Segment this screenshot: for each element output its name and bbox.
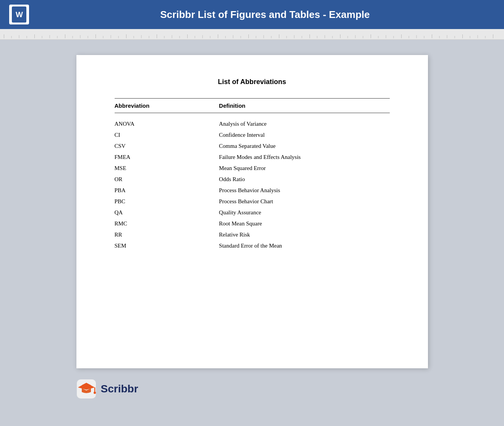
definition-cell: Root Mean Square — [219, 218, 389, 229]
table-row: PBCProcess Behavior Chart — [115, 196, 390, 207]
abbrev-cell: CSV — [115, 141, 219, 152]
scribbr-hat-icon — [76, 379, 96, 399]
table-row: OROdds Ratio — [115, 174, 390, 185]
definition-cell: Mean Squared Error — [219, 163, 389, 174]
header-title: Scribbr List of Figures and Tables - Exa… — [35, 9, 495, 21]
definition-cell: Relative Risk — [219, 229, 389, 240]
definition-cell: Odds Ratio — [219, 174, 389, 185]
table-header-row: Abbreviation Definition — [115, 99, 390, 113]
ruler-svg — [4, 29, 500, 40]
table-row: CSVComma Separated Value — [115, 141, 390, 152]
table-row: RRRelative Risk — [115, 229, 390, 240]
definition-cell: Process Behavior Chart — [219, 196, 389, 207]
abbrev-cell: ANOVA — [115, 113, 219, 130]
svg-point-9 — [94, 392, 96, 394]
app-header: W Scribbr List of Figures and Tables - E… — [0, 0, 504, 29]
table-row: QAQuality Assurance — [115, 207, 390, 218]
abbrev-cell: QA — [115, 207, 219, 218]
table-row: FMEAFailure Modes and Effects Analysis — [115, 152, 390, 163]
abbrev-cell: MSE — [115, 163, 219, 174]
table-row: MSEMean Squared Error — [115, 163, 390, 174]
ruler — [0, 29, 504, 40]
table-row: RMCRoot Mean Square — [115, 218, 390, 229]
ruler-marks — [4, 29, 500, 39]
definition-cell: Confidence Interval — [219, 130, 389, 141]
abbrev-cell: OR — [115, 174, 219, 185]
abbrev-cell: FMEA — [115, 152, 219, 163]
main-content: List of Abbreviations Abbreviation Defin… — [0, 40, 504, 426]
scribbr-brand-name: Scribbr — [101, 383, 138, 395]
abbrev-cell: RR — [115, 229, 219, 240]
definition-cell: Comma Separated Value — [219, 141, 389, 152]
brand-footer: Scribbr — [76, 368, 428, 399]
col-header-definition: Definition — [219, 99, 389, 113]
word-letter: W — [16, 10, 23, 19]
table-row: ANOVAAnalysis of Variance — [115, 113, 390, 130]
table-row: CIConfidence Interval — [115, 130, 390, 141]
definition-cell: Analysis of Variance — [219, 113, 389, 130]
abbrev-cell: PBC — [115, 196, 219, 207]
abbrev-cell: PBA — [115, 185, 219, 196]
word-icon: W — [9, 5, 29, 24]
definition-cell: Quality Assurance — [219, 207, 389, 218]
table-row: SEMStandard Error of the Mean — [115, 240, 390, 251]
document-page: List of Abbreviations Abbreviation Defin… — [76, 55, 428, 368]
scribbr-logo: Scribbr — [76, 379, 138, 399]
definition-cell: Failure Modes and Effects Analysis — [219, 152, 389, 163]
svg-rect-4 — [4, 29, 500, 40]
abbrev-cell: SEM — [115, 240, 219, 251]
abbrev-cell: RMC — [115, 218, 219, 229]
col-header-abbreviation: Abbreviation — [115, 99, 219, 113]
word-icon-inner: W — [12, 6, 26, 23]
definition-cell: Process Behavior Analysis — [219, 185, 389, 196]
abbreviations-table: Abbreviation Definition ANOVAAnalysis of… — [115, 98, 390, 251]
abbrev-cell: CI — [115, 130, 219, 141]
table-row: PBAProcess Behavior Analysis — [115, 185, 390, 196]
document-title: List of Abbreviations — [115, 78, 390, 86]
definition-cell: Standard Error of the Mean — [219, 240, 389, 251]
